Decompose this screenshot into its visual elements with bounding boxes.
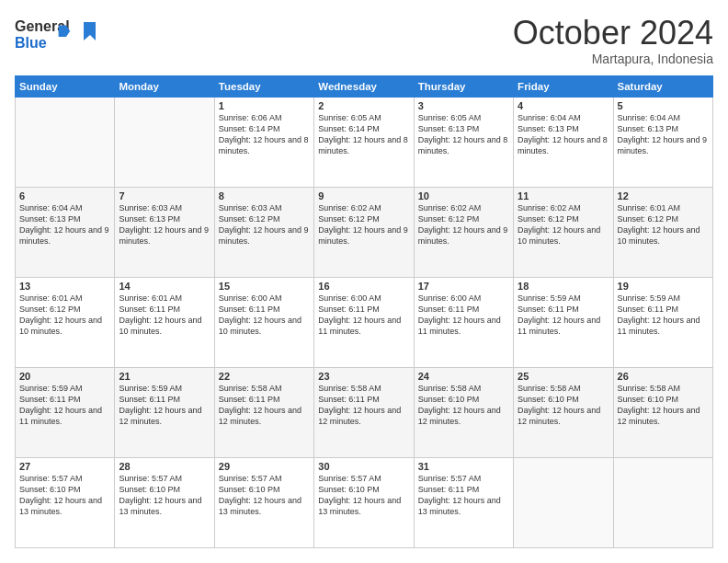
table-row: 12Sunrise: 6:01 AMSunset: 6:12 PMDayligh…	[613, 187, 712, 277]
table-row	[115, 97, 214, 187]
table-row: 24Sunrise: 5:58 AMSunset: 6:10 PMDayligh…	[414, 367, 513, 457]
table-row: 5Sunrise: 6:04 AMSunset: 6:13 PMDaylight…	[613, 97, 712, 187]
table-row: 11Sunrise: 6:02 AMSunset: 6:12 PMDayligh…	[514, 187, 613, 277]
day-info: Sunrise: 6:01 AMSunset: 6:12 PMDaylight:…	[618, 203, 700, 246]
day-number: 15	[219, 281, 310, 292]
day-info: Sunrise: 5:57 AMSunset: 6:10 PMDaylight:…	[318, 474, 401, 516]
day-info: Sunrise: 5:59 AMSunset: 6:11 PMDaylight:…	[618, 293, 700, 336]
calendar-table: Sunday Monday Tuesday Wednesday Thursday…	[15, 75, 713, 548]
day-info: Sunrise: 5:58 AMSunset: 6:10 PMDaylight:…	[518, 384, 600, 426]
day-info: Sunrise: 5:59 AMSunset: 6:11 PMDaylight:…	[518, 293, 600, 336]
table-row: 23Sunrise: 5:58 AMSunset: 6:11 PMDayligh…	[314, 367, 414, 457]
table-row: 9Sunrise: 6:02 AMSunset: 6:12 PMDaylight…	[314, 187, 414, 277]
day-info: Sunrise: 6:02 AMSunset: 6:12 PMDaylight:…	[418, 203, 508, 246]
day-info: Sunrise: 6:06 AMSunset: 6:14 PMDaylight:…	[219, 113, 309, 155]
day-number: 26	[618, 371, 709, 382]
calendar-week-3: 13Sunrise: 6:01 AMSunset: 6:12 PMDayligh…	[16, 277, 713, 367]
col-monday: Monday	[115, 75, 214, 97]
col-saturday: Saturday	[613, 75, 712, 97]
day-number: 9	[318, 190, 409, 201]
table-row: 29Sunrise: 5:57 AMSunset: 6:10 PMDayligh…	[214, 457, 313, 547]
day-info: Sunrise: 6:05 AMSunset: 6:14 PMDaylight:…	[318, 113, 408, 155]
day-number: 2	[318, 100, 409, 111]
day-number: 4	[518, 100, 609, 111]
table-row	[613, 457, 712, 547]
calendar-week-1: 1Sunrise: 6:06 AMSunset: 6:14 PMDaylight…	[16, 97, 713, 187]
col-tuesday: Tuesday	[214, 75, 313, 97]
day-info: Sunrise: 6:00 AMSunset: 6:11 PMDaylight:…	[318, 293, 401, 336]
table-row: 21Sunrise: 5:59 AMSunset: 6:11 PMDayligh…	[115, 367, 214, 457]
table-row: 26Sunrise: 5:58 AMSunset: 6:10 PMDayligh…	[613, 367, 712, 457]
table-row: 30Sunrise: 5:57 AMSunset: 6:10 PMDayligh…	[314, 457, 414, 547]
table-row: 16Sunrise: 6:00 AMSunset: 6:11 PMDayligh…	[314, 277, 414, 367]
day-number: 3	[418, 100, 509, 111]
day-number: 12	[618, 190, 709, 201]
table-row: 1Sunrise: 6:06 AMSunset: 6:14 PMDaylight…	[214, 97, 313, 187]
table-row: 13Sunrise: 6:01 AMSunset: 6:12 PMDayligh…	[16, 277, 115, 367]
svg-marker-3	[84, 22, 96, 40]
day-info: Sunrise: 5:59 AMSunset: 6:11 PMDaylight:…	[119, 384, 201, 426]
calendar-week-5: 27Sunrise: 5:57 AMSunset: 6:10 PMDayligh…	[16, 457, 713, 547]
day-info: Sunrise: 6:05 AMSunset: 6:13 PMDaylight:…	[418, 113, 508, 155]
day-info: Sunrise: 5:58 AMSunset: 6:11 PMDaylight:…	[318, 384, 401, 426]
day-number: 18	[518, 281, 609, 292]
day-info: Sunrise: 6:04 AMSunset: 6:13 PMDaylight:…	[19, 203, 109, 246]
table-row: 6Sunrise: 6:04 AMSunset: 6:13 PMDaylight…	[16, 187, 115, 277]
day-info: Sunrise: 6:04 AMSunset: 6:13 PMDaylight:…	[618, 113, 708, 155]
day-info: Sunrise: 5:58 AMSunset: 6:10 PMDaylight:…	[618, 384, 700, 426]
day-info: Sunrise: 5:57 AMSunset: 6:10 PMDaylight:…	[19, 474, 102, 516]
day-info: Sunrise: 5:58 AMSunset: 6:11 PMDaylight:…	[219, 384, 301, 426]
day-number: 8	[219, 190, 310, 201]
day-number: 29	[219, 461, 310, 472]
table-row: 20Sunrise: 5:59 AMSunset: 6:11 PMDayligh…	[16, 367, 115, 457]
day-info: Sunrise: 5:57 AMSunset: 6:11 PMDaylight:…	[418, 474, 501, 516]
month-title: October 2024	[513, 15, 713, 52]
col-thursday: Thursday	[414, 75, 513, 97]
day-number: 13	[19, 281, 110, 292]
table-row	[16, 97, 115, 187]
table-row	[514, 457, 613, 547]
page: General Blue October 2024 Martapura, Ind…	[0, 0, 728, 563]
day-number: 30	[318, 461, 409, 472]
day-number: 24	[418, 371, 509, 382]
day-number: 20	[19, 371, 110, 382]
logo-svg: General Blue	[15, 15, 97, 55]
day-number: 1	[219, 100, 310, 111]
day-number: 10	[418, 190, 509, 201]
day-number: 17	[418, 281, 509, 292]
header: General Blue October 2024 Martapura, Ind…	[15, 15, 713, 66]
title-area: October 2024 Martapura, Indonesia	[513, 15, 713, 66]
day-info: Sunrise: 6:00 AMSunset: 6:11 PMDaylight:…	[418, 293, 501, 336]
calendar-week-4: 20Sunrise: 5:59 AMSunset: 6:11 PMDayligh…	[16, 367, 713, 457]
svg-text:Blue: Blue	[15, 35, 47, 51]
table-row: 15Sunrise: 6:00 AMSunset: 6:11 PMDayligh…	[214, 277, 313, 367]
day-info: Sunrise: 5:57 AMSunset: 6:10 PMDaylight:…	[119, 474, 201, 516]
day-info: Sunrise: 6:04 AMSunset: 6:13 PMDaylight:…	[518, 113, 608, 155]
table-row: 3Sunrise: 6:05 AMSunset: 6:13 PMDaylight…	[414, 97, 513, 187]
table-row: 22Sunrise: 5:58 AMSunset: 6:11 PMDayligh…	[214, 367, 313, 457]
day-info: Sunrise: 6:02 AMSunset: 6:12 PMDaylight:…	[518, 203, 600, 246]
table-row: 4Sunrise: 6:04 AMSunset: 6:13 PMDaylight…	[514, 97, 613, 187]
day-info: Sunrise: 6:00 AMSunset: 6:11 PMDaylight:…	[219, 293, 301, 336]
table-row: 17Sunrise: 6:00 AMSunset: 6:11 PMDayligh…	[414, 277, 513, 367]
day-info: Sunrise: 5:58 AMSunset: 6:10 PMDaylight:…	[418, 384, 501, 426]
day-info: Sunrise: 6:03 AMSunset: 6:12 PMDaylight:…	[219, 203, 309, 246]
day-number: 19	[618, 281, 709, 292]
day-number: 5	[618, 100, 709, 111]
day-info: Sunrise: 5:57 AMSunset: 6:10 PMDaylight:…	[219, 474, 301, 516]
day-number: 11	[518, 190, 609, 201]
day-number: 23	[318, 371, 409, 382]
table-row: 28Sunrise: 5:57 AMSunset: 6:10 PMDayligh…	[115, 457, 214, 547]
table-row: 10Sunrise: 6:02 AMSunset: 6:12 PMDayligh…	[414, 187, 513, 277]
col-wednesday: Wednesday	[314, 75, 414, 97]
day-number: 6	[19, 190, 110, 201]
table-row: 31Sunrise: 5:57 AMSunset: 6:11 PMDayligh…	[414, 457, 513, 547]
day-number: 7	[119, 190, 210, 201]
table-row: 25Sunrise: 5:58 AMSunset: 6:10 PMDayligh…	[514, 367, 613, 457]
table-row: 8Sunrise: 6:03 AMSunset: 6:12 PMDaylight…	[214, 187, 313, 277]
table-row: 14Sunrise: 6:01 AMSunset: 6:11 PMDayligh…	[115, 277, 214, 367]
table-row: 7Sunrise: 6:03 AMSunset: 6:13 PMDaylight…	[115, 187, 214, 277]
calendar-week-2: 6Sunrise: 6:04 AMSunset: 6:13 PMDaylight…	[16, 187, 713, 277]
day-number: 16	[318, 281, 409, 292]
day-number: 21	[119, 371, 210, 382]
